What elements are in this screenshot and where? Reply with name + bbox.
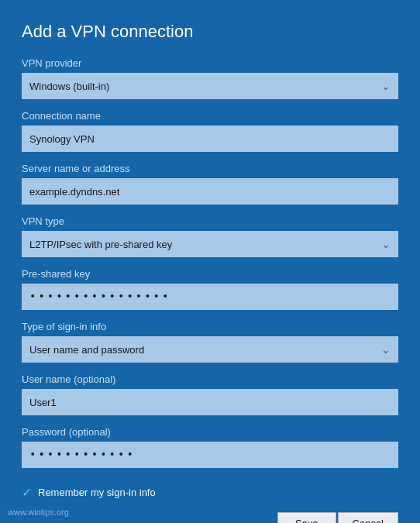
remember-checkbox-row[interactable]: ✓ Remember my sign-in info xyxy=(22,485,398,500)
vpn-provider-label: VPN provider xyxy=(22,57,398,69)
vpn-provider-select[interactable]: Windows (built-in) xyxy=(22,73,398,99)
sign-in-type-group: Type of sign-in info User name and passw… xyxy=(22,321,398,363)
checkmark-icon: ✓ xyxy=(22,485,32,500)
button-row: Save Cancel xyxy=(22,512,398,523)
vpn-dialog: Add a VPN connection VPN provider Window… xyxy=(0,0,420,523)
password-label: Password (optional) xyxy=(22,426,398,438)
pre-shared-key-group: Pre-shared key xyxy=(22,268,398,310)
watermark: www.wintips.org xyxy=(8,508,69,517)
sign-in-type-dropdown-wrapper: User name and password ⌄ xyxy=(22,336,398,363)
user-name-group: User name (optional) xyxy=(22,373,398,415)
vpn-provider-group: VPN provider Windows (built-in) ⌄ xyxy=(22,57,398,99)
server-name-group: Server name or address xyxy=(22,163,398,205)
user-name-label: User name (optional) xyxy=(22,373,398,385)
connection-name-label: Connection name xyxy=(22,110,398,122)
vpn-type-dropdown-wrapper: L2TP/IPsec with pre-shared key ⌄ xyxy=(22,231,398,257)
server-name-input[interactable] xyxy=(22,178,398,205)
password-group: Password (optional) xyxy=(22,426,398,468)
connection-name-input[interactable] xyxy=(22,126,398,152)
user-name-input[interactable] xyxy=(22,389,398,415)
vpn-type-select[interactable]: L2TP/IPsec with pre-shared key xyxy=(22,231,398,257)
remember-label: Remember my sign-in info xyxy=(38,487,156,498)
vpn-type-group: VPN type L2TP/IPsec with pre-shared key … xyxy=(22,215,398,257)
save-button[interactable]: Save xyxy=(277,512,336,523)
connection-name-group: Connection name xyxy=(22,110,398,152)
server-name-label: Server name or address xyxy=(22,163,398,174)
password-input[interactable] xyxy=(22,442,398,468)
vpn-provider-dropdown-wrapper: Windows (built-in) ⌄ xyxy=(22,73,398,99)
pre-shared-key-input[interactable] xyxy=(22,284,398,310)
sign-in-type-select[interactable]: User name and password xyxy=(22,336,398,363)
cancel-button[interactable]: Cancel xyxy=(338,512,398,523)
pre-shared-key-label: Pre-shared key xyxy=(22,268,398,280)
sign-in-type-label: Type of sign-in info xyxy=(22,321,398,332)
vpn-type-label: VPN type xyxy=(22,215,398,227)
page-title: Add a VPN connection xyxy=(22,22,398,42)
